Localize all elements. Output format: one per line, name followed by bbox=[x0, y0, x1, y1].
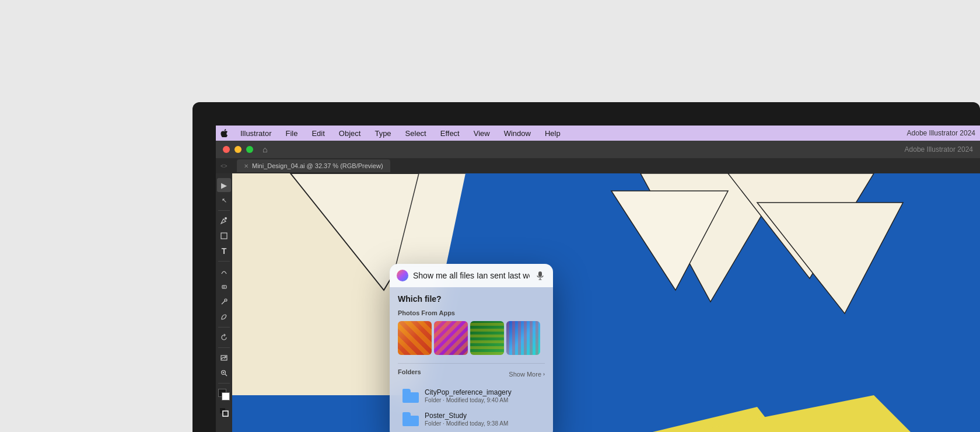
section-divider bbox=[398, 363, 545, 364]
menu-window[interactable]: Window bbox=[502, 128, 533, 139]
svg-rect-1 bbox=[221, 233, 227, 239]
spotlight-input[interactable] bbox=[413, 271, 530, 280]
title-bar: ⌂ Adobe Illustrator 2024 bbox=[216, 141, 980, 158]
traffic-close-button[interactable] bbox=[223, 146, 230, 153]
which-file-label: Which file? bbox=[398, 294, 545, 304]
folder-icon-1 bbox=[402, 389, 419, 403]
photo-thumb-1[interactable] bbox=[398, 321, 432, 355]
rectangle-tool-button[interactable] bbox=[217, 229, 231, 243]
rotate-tool-button[interactable] bbox=[217, 330, 231, 344]
menu-illustrator[interactable]: Illustrator bbox=[238, 128, 274, 139]
photos-grid bbox=[398, 321, 545, 355]
show-more-label: Show More bbox=[509, 371, 541, 378]
spotlight-container: Which file? Photos From Apps Folders Sho… bbox=[390, 264, 553, 432]
apple-menu-icon[interactable] bbox=[220, 129, 229, 137]
folder-meta-1: Folder · Modified today, 9:40 AM bbox=[425, 397, 540, 403]
tab-label: Mini_Design_04.ai @ 32.37 % (RGB/Preview… bbox=[252, 162, 383, 169]
menu-bar: Illustrator File Edit Object Type Select… bbox=[216, 126, 980, 141]
tab-close-button[interactable]: ✕ bbox=[244, 163, 249, 169]
tool-separator-1 bbox=[218, 210, 230, 211]
folders-section-title: Folders bbox=[398, 368, 421, 375]
tab-scroll-left[interactable]: <> bbox=[220, 163, 228, 169]
svg-point-0 bbox=[225, 217, 227, 220]
tool-separator-4 bbox=[218, 347, 230, 348]
direct-selection-tool-button[interactable]: ↖ bbox=[217, 193, 231, 207]
folder-info-2: Poster_Study Folder · Modified today, 9:… bbox=[425, 412, 540, 427]
tool-separator-5 bbox=[218, 383, 230, 384]
traffic-maximize-button[interactable] bbox=[246, 146, 253, 153]
zoom-tool-button[interactable] bbox=[217, 366, 231, 380]
folder-name-2: Poster_Study bbox=[425, 412, 540, 420]
folder-icon-2 bbox=[402, 412, 419, 426]
toolbox: ▶ ↖ T bbox=[216, 173, 232, 432]
folder-name-1: CityPop_reference_imagery bbox=[425, 388, 540, 396]
color-box[interactable] bbox=[218, 389, 230, 400]
show-more-button[interactable]: Show More › bbox=[509, 371, 545, 378]
show-more-arrow-icon: › bbox=[543, 371, 545, 377]
pen-tool-button[interactable] bbox=[217, 214, 231, 228]
svg-point-9 bbox=[225, 357, 226, 358]
photo-thumb-4[interactable] bbox=[506, 321, 540, 355]
canvas-area: Which file? Photos From Apps Folders Sho… bbox=[232, 173, 980, 432]
document-tab[interactable]: ✕ Mini_Design_04.ai @ 32.37 % (RGB/Previ… bbox=[237, 159, 390, 172]
menu-effect[interactable]: Effect bbox=[438, 128, 462, 139]
tool-separator-2 bbox=[218, 261, 230, 262]
fill-stroke-toggle[interactable] bbox=[217, 405, 231, 419]
app-name-right: Adobe Illustrator 2024 bbox=[907, 129, 975, 137]
app-title: Adobe Illustrator 2024 bbox=[905, 145, 973, 154]
folder-item-1[interactable]: CityPop_reference_imagery Folder · Modif… bbox=[398, 385, 545, 407]
folder-item-2[interactable]: Poster_Study Folder · Modified today, 9:… bbox=[398, 408, 545, 430]
menu-select[interactable]: Select bbox=[403, 128, 429, 139]
eyedropper-tool-button[interactable] bbox=[217, 295, 231, 309]
menu-view[interactable]: View bbox=[471, 128, 492, 139]
tool-separator-3 bbox=[218, 327, 230, 328]
arc-tool-button[interactable] bbox=[217, 264, 231, 278]
photo-thumb-2[interactable] bbox=[434, 321, 468, 355]
svg-line-4 bbox=[222, 301, 225, 304]
traffic-minimize-button[interactable] bbox=[235, 146, 242, 153]
photo-thumb-3[interactable] bbox=[470, 321, 504, 355]
type-tool-button[interactable]: T bbox=[217, 244, 231, 258]
menu-object[interactable]: Object bbox=[337, 128, 363, 139]
spotlight-overlay: Which file? Photos From Apps Folders Sho… bbox=[232, 173, 980, 432]
svg-rect-29 bbox=[538, 271, 542, 277]
svg-point-5 bbox=[225, 299, 227, 301]
folders-header: Folders Show More › bbox=[398, 368, 545, 380]
folder-info-1: CityPop_reference_imagery Folder · Modif… bbox=[425, 388, 540, 403]
menu-help[interactable]: Help bbox=[542, 128, 563, 139]
eraser-tool-button[interactable] bbox=[217, 280, 231, 294]
image-tool-button[interactable] bbox=[217, 351, 231, 365]
spotlight-results: Which file? Photos From Apps Folders Sho… bbox=[390, 287, 553, 432]
svg-line-11 bbox=[225, 374, 227, 376]
siri-icon bbox=[397, 270, 408, 281]
photos-section-title: Photos From Apps bbox=[398, 309, 545, 316]
menu-edit[interactable]: Edit bbox=[309, 128, 327, 139]
screen: Illustrator File Edit Object Type Select… bbox=[216, 126, 980, 432]
spotlight-input-row bbox=[390, 264, 553, 287]
microphone-icon[interactable] bbox=[534, 270, 546, 281]
menu-file[interactable]: File bbox=[283, 128, 300, 139]
blob-brush-button[interactable] bbox=[217, 310, 231, 324]
selection-tool-button[interactable]: ▶ bbox=[217, 178, 231, 192]
svg-line-7 bbox=[221, 357, 223, 359]
menu-type[interactable]: Type bbox=[372, 128, 393, 139]
background-color[interactable] bbox=[222, 392, 230, 400]
tab-bar: <> ✕ Mini_Design_04.ai @ 32.37 % (RGB/Pr… bbox=[216, 158, 980, 173]
home-icon[interactable]: ⌂ bbox=[262, 145, 267, 154]
folder-meta-2: Folder · Modified today, 9:38 AM bbox=[425, 420, 540, 427]
